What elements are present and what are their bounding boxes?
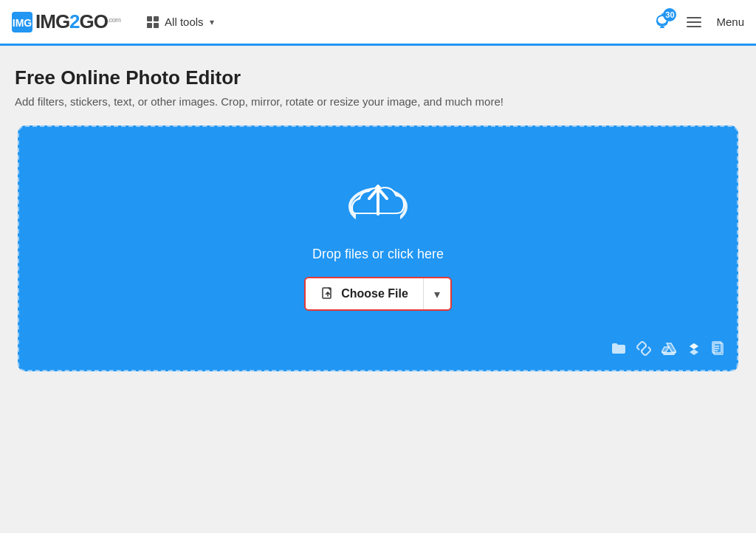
svg-text:IMG: IMG — [13, 17, 32, 29]
link-icon[interactable] — [636, 341, 651, 360]
logo-img: IMG — [35, 10, 69, 32]
header: IMG IMG2GO.com All tools ▾ 30 Menu — [0, 0, 756, 46]
all-tools-label: All tools — [165, 16, 204, 28]
page-description: Add filters, stickers, text, or other im… — [15, 95, 741, 108]
svg-marker-18 — [690, 343, 698, 349]
file-upload-icon — [320, 286, 335, 301]
dropbox-icon[interactable] — [687, 341, 701, 360]
choose-file-main[interactable]: Choose File — [306, 279, 423, 309]
logo[interactable]: IMG IMG2GO.com — [12, 10, 120, 33]
chevron-down-icon: ▾ — [434, 287, 440, 301]
clipboard-icon[interactable] — [712, 341, 725, 360]
drop-text: Drop files or click here — [312, 247, 444, 262]
header-right: 30 Menu — [653, 13, 744, 32]
svg-line-13 — [642, 346, 646, 351]
notification-area[interactable]: 30 — [653, 13, 672, 32]
grid-icon — [147, 16, 159, 28]
logo-com: .com — [108, 16, 120, 24]
choose-file-label: Choose File — [341, 287, 408, 300]
svg-marker-15 — [662, 347, 669, 352]
hamburger-icon[interactable] — [684, 14, 704, 30]
all-tools-button[interactable]: All tools ▾ — [138, 10, 223, 34]
upload-area[interactable]: Drop files or click here Choose File ▾ — [18, 125, 738, 371]
svg-marker-16 — [662, 352, 676, 355]
google-drive-icon[interactable] — [662, 342, 676, 359]
logo-go: GO — [80, 10, 108, 32]
page-title: Free Online Photo Editor — [15, 66, 741, 89]
choose-file-button[interactable]: Choose File ▾ — [304, 277, 452, 311]
logo-icon: IMG — [12, 12, 32, 32]
menu-button[interactable]: Menu — [716, 16, 744, 28]
logo-two: 2 — [69, 10, 79, 32]
notification-count: 30 — [663, 8, 676, 21]
main-content: Free Online Photo Editor Add filters, st… — [0, 46, 756, 386]
cloud-upload-icon — [341, 171, 415, 233]
upload-bottom-icons — [611, 341, 725, 360]
folder-icon[interactable] — [611, 342, 626, 359]
chevron-down-icon: ▾ — [210, 17, 214, 27]
choose-file-dropdown[interactable]: ▾ — [424, 280, 450, 309]
